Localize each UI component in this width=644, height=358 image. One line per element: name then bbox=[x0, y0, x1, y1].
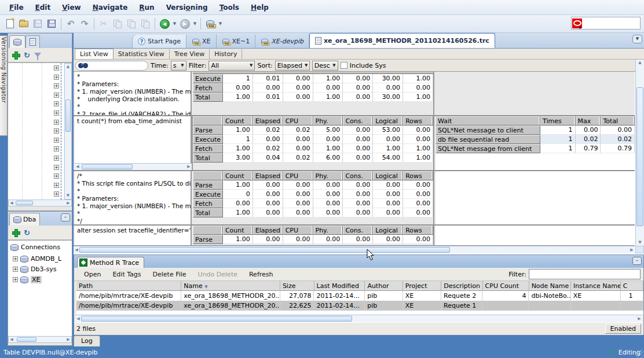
stats-cell[interactable]: 0.00 bbox=[253, 190, 283, 199]
stats-cell[interactable]: 0.00 bbox=[403, 190, 433, 199]
dropdown-arrow-icon[interactable]: ▼ bbox=[171, 17, 178, 31]
stats-header-cell[interactable]: CPU bbox=[283, 116, 313, 126]
stats-cell[interactable]: 0.00 bbox=[283, 235, 313, 244]
search-input[interactable] bbox=[75, 61, 148, 71]
sql-text-pane[interactable]: /* * This script file contains PL/SQL to… bbox=[75, 171, 192, 224]
stats-cell[interactable]: 1.00 bbox=[223, 144, 253, 153]
doc-tab-4[interactable]: XE-devpib bbox=[255, 35, 309, 48]
expand-icon[interactable]: + bbox=[13, 277, 18, 282]
sql-text-pane[interactable]: alter session set tracefile_identifier='… bbox=[75, 226, 192, 245]
mr-column-c[interactable]: C bbox=[621, 281, 643, 291]
doc-tab-2[interactable]: XE bbox=[186, 35, 217, 48]
stats-cell[interactable]: 1.00 bbox=[373, 144, 403, 153]
stats-cell[interactable]: 30.00 bbox=[373, 93, 403, 102]
stats-cell[interactable]: 0.00 bbox=[313, 235, 343, 244]
versioning-navigator-side-tab[interactable]: Versioning Navigator bbox=[0, 35, 8, 136]
expand-icon[interactable]: + bbox=[54, 110, 59, 116]
expand-icon[interactable]: + bbox=[54, 65, 59, 71]
tab-reports[interactable] bbox=[25, 35, 40, 48]
doc-tab-3[interactable]: XE~1 bbox=[217, 35, 256, 48]
stats-cell[interactable]: 1.00 bbox=[313, 74, 343, 83]
stats-cell[interactable]: 0.00 bbox=[253, 135, 283, 144]
mr-column-description[interactable]: Description bbox=[441, 281, 482, 291]
enabled-button[interactable]: Enabled bbox=[605, 324, 641, 334]
stats-cell[interactable]: 0.00 bbox=[343, 208, 373, 217]
stats-cell[interactable]: 1.00 bbox=[313, 93, 343, 102]
stats-cell[interactable]: 1.00 bbox=[223, 93, 253, 102]
expand-icon[interactable]: + bbox=[54, 128, 59, 134]
minimize-button[interactable]: – bbox=[632, 257, 642, 265]
copy-button[interactable] bbox=[111, 17, 125, 31]
stats-cell[interactable]: 0.00 bbox=[283, 83, 313, 93]
stats-header-cell[interactable]: Count bbox=[223, 116, 253, 126]
doc-tab-5[interactable]: xe_ora_18698_METHODR_20110214160526.trc bbox=[309, 33, 495, 48]
stats-cell[interactable]: 0.00 bbox=[313, 190, 343, 199]
stats-header-cell[interactable]: Logical bbox=[373, 226, 403, 235]
connections-tree[interactable]: Connections+ADMDB_L+Db3-sys+XE bbox=[8, 240, 72, 336]
expand-icon[interactable]: + bbox=[54, 146, 59, 152]
stats-header-cell[interactable]: Count bbox=[223, 226, 253, 235]
expand-icon[interactable]: + bbox=[54, 75, 59, 80]
trace-file-row[interactable]: /home/pib/mrtrace/XE-devpibxe_ora_18698_… bbox=[76, 291, 643, 301]
wait-header-cell[interactable]: Max bbox=[576, 116, 601, 126]
expand-icon[interactable]: + bbox=[54, 174, 59, 179]
stats-cell[interactable]: 0.00 bbox=[283, 135, 313, 144]
editor-horizontal-scrollbar[interactable]: ◀ ▶ bbox=[74, 246, 635, 253]
stats-cell[interactable]: 0.00 bbox=[343, 180, 373, 190]
sort-order-select[interactable]: Desc▼ bbox=[312, 61, 338, 71]
stats-cell[interactable]: 0.00 bbox=[223, 199, 253, 208]
stats-cell[interactable]: 0.00 bbox=[403, 126, 433, 135]
refresh-icon[interactable]: ↻ bbox=[24, 229, 30, 237]
stats-cell[interactable]: 0.00 bbox=[403, 199, 433, 208]
stats-cell[interactable]: 30.00 bbox=[373, 74, 403, 83]
include-sys-checkbox[interactable] bbox=[341, 62, 347, 69]
mr-button-delete-file[interactable]: Delete File bbox=[148, 270, 192, 279]
stats-cell[interactable]: 0.04 bbox=[253, 153, 283, 163]
stats-cell[interactable]: 0.00 bbox=[223, 83, 253, 93]
expand-icon[interactable]: + bbox=[54, 83, 59, 88]
view-tab-tree-view[interactable]: Tree View bbox=[170, 49, 210, 59]
forward-button[interactable]: ▶ bbox=[178, 17, 192, 31]
stats-cell[interactable]: 0.00 bbox=[313, 208, 343, 217]
new-file-button[interactable] bbox=[3, 17, 17, 31]
expand-icon[interactable]: + bbox=[54, 165, 59, 170]
stats-cell[interactable]: 0.02 bbox=[253, 144, 283, 153]
view-tab-statistics-view[interactable]: Statistics View bbox=[114, 49, 170, 59]
expand-icon[interactable]: + bbox=[13, 267, 18, 272]
wait-cell[interactable]: 0.79 bbox=[601, 144, 635, 153]
wait-cell[interactable]: 0.00 bbox=[601, 126, 635, 135]
stats-cell[interactable]: 54.00 bbox=[373, 153, 403, 163]
menu-versioning[interactable]: Versioning bbox=[160, 2, 214, 13]
mr-button-open[interactable]: Open bbox=[79, 270, 106, 279]
stats-cell[interactable]: 0.00 bbox=[313, 180, 343, 190]
paste-button[interactable] bbox=[125, 17, 138, 31]
stats-header-cell[interactable]: Phy. bbox=[313, 171, 343, 180]
mr-horizontal-scrollbar[interactable]: ◀ ▶ bbox=[75, 315, 642, 322]
stats-header-cell[interactable]: Cons. bbox=[343, 171, 373, 180]
dropdown-arrow-icon[interactable]: ▼ bbox=[217, 17, 224, 31]
stats-cell[interactable]: 0.02 bbox=[283, 153, 313, 163]
stats-cell[interactable]: 1 bbox=[223, 74, 253, 83]
expand-icon[interactable]: + bbox=[54, 156, 59, 161]
wait-cell[interactable]: 0.02 bbox=[601, 135, 635, 144]
mr-column-author[interactable]: Author bbox=[365, 281, 402, 291]
wait-header-cell[interactable]: Times bbox=[540, 116, 575, 126]
menu-tools[interactable]: Tools bbox=[214, 2, 245, 13]
mr-column-path[interactable]: Path bbox=[76, 281, 181, 291]
stats-cell[interactable]: 0 bbox=[223, 190, 253, 199]
menu-file[interactable]: File bbox=[3, 2, 30, 13]
tab-method-r-trace[interactable]: Method R Trace bbox=[77, 257, 144, 268]
dropdown-arrow-icon[interactable]: ▼ bbox=[192, 17, 198, 31]
stats-header-cell[interactable]: Phy. bbox=[313, 116, 343, 126]
stats-cell[interactable]: 0.00 bbox=[283, 74, 313, 83]
stats-cell[interactable]: 5.00 bbox=[313, 126, 343, 135]
view-tab-list-view[interactable]: List View bbox=[75, 49, 114, 59]
stats-cell[interactable]: 1.00 bbox=[403, 153, 433, 163]
menu-navigate[interactable]: Navigate bbox=[87, 2, 134, 13]
stats-cell[interactable]: 0.00 bbox=[283, 93, 313, 102]
filter-select[interactable]: All▼ bbox=[208, 61, 255, 71]
menu-help[interactable]: Help bbox=[245, 2, 275, 13]
stats-cell[interactable]: 1.00 bbox=[223, 126, 253, 135]
trace-file-row[interactable]: /home/pib/mrtrace/XE-devpibxe_ora_18698_… bbox=[76, 301, 643, 311]
stats-cell[interactable]: 0.00 bbox=[253, 235, 283, 244]
